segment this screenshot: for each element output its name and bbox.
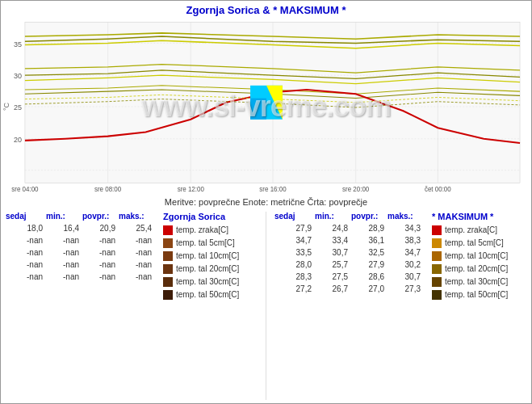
color-swatch xyxy=(163,264,173,274)
svg-text:sre 12:00: sre 12:00 xyxy=(178,186,205,193)
cell-sedaj: 18,0 xyxy=(6,222,46,234)
table-row: 34,7 33,4 36,1 38,3 xyxy=(274,234,424,246)
svg-text:sre 16:00: sre 16:00 xyxy=(259,186,287,193)
table-row: -nan -nan -nan -nan xyxy=(6,234,155,246)
color-swatch xyxy=(432,277,442,287)
table-row: -nan -nan -nan -nan xyxy=(6,246,155,259)
table-row: 18,0 16,4 20,9 25,4 xyxy=(6,222,155,234)
svg-text:čet 00:00: čet 00:00 xyxy=(425,186,451,193)
table1-header: sedaj min.: povpr.: maks.: xyxy=(6,212,155,221)
legend-label: temp. tal 20cm[C] xyxy=(176,263,239,276)
legend-item: temp. tal 5cm[C] xyxy=(163,237,258,250)
legend-item: temp. zraka[C] xyxy=(163,224,258,237)
svg-text:30: 30 xyxy=(14,72,22,80)
legend-item: temp. tal 50cm[C] xyxy=(163,288,258,301)
legend-label: temp. zraka[C] xyxy=(176,224,228,237)
legend-item: temp. tal 50cm[C] xyxy=(432,288,526,301)
legend-label: temp. tal 10cm[C] xyxy=(445,250,508,263)
color-swatch xyxy=(432,238,442,248)
svg-text:sre 20:00: sre 20:00 xyxy=(342,186,370,193)
table-maksimum: sedaj min.: povpr.: maks.: 27,9 24,8 28,… xyxy=(274,212,424,400)
legend1-title: Zgornja Sorica xyxy=(163,212,258,221)
legend-label: temp. tal 5cm[C] xyxy=(176,237,235,250)
svg-text:20: 20 xyxy=(14,136,22,144)
legend-label: temp. tal 30cm[C] xyxy=(176,276,239,288)
color-swatch xyxy=(163,238,173,248)
svg-text:25: 25 xyxy=(14,103,22,112)
meritve-line: Meritve: povprečne Enote: metrične Črta:… xyxy=(1,196,531,208)
table-zgornja-sorica: sedaj min.: povpr.: maks.: 18,0 16,4 20,… xyxy=(6,212,155,400)
table-row: -nan -nan -nan -nan xyxy=(6,271,155,283)
legend-item: temp. zraka[C] xyxy=(432,224,526,237)
col-sedaj-1: sedaj xyxy=(6,212,46,221)
col-maks-1: maks.: xyxy=(119,212,155,221)
legend-item: temp. tal 5cm[C] xyxy=(432,237,526,250)
legend-label: temp. tal 50cm[C] xyxy=(176,288,239,301)
legend-label: temp. zraka[C] xyxy=(445,224,497,237)
color-swatch xyxy=(163,225,173,235)
table-row: 27,9 24,8 28,9 34,3 xyxy=(274,222,424,234)
legend-zgornja-sorica: Zgornja Sorica temp. zraka[C] temp. tal … xyxy=(160,212,258,400)
color-swatch xyxy=(432,264,442,274)
chart-area: °C 35 30 25 20 xyxy=(1,18,531,196)
legend-label: temp. tal 5cm[C] xyxy=(445,237,504,250)
legend2-title: * MAKSIMUM * xyxy=(432,212,526,221)
svg-text:sre 04:00: sre 04:00 xyxy=(11,186,39,193)
table-row: -nan -nan -nan -nan xyxy=(6,259,155,271)
legend-maksimum: * MAKSIMUM * temp. zraka[C] temp. tal 5c… xyxy=(429,212,526,400)
color-swatch xyxy=(163,251,173,261)
legend-item: temp. tal 10cm[C] xyxy=(163,250,258,263)
legend-label: temp. tal 30cm[C] xyxy=(445,276,508,288)
legend-label: temp. tal 10cm[C] xyxy=(176,250,239,263)
legend-item: temp. tal 10cm[C] xyxy=(432,250,526,263)
svg-rect-23 xyxy=(250,99,266,120)
legend-label: temp. tal 20cm[C] xyxy=(445,263,508,276)
col-maks-2: maks.: xyxy=(387,212,424,221)
table-row: 28,0 25,7 27,9 30,2 xyxy=(274,259,424,271)
col-min-2: min.: xyxy=(315,212,351,221)
color-swatch xyxy=(432,290,442,300)
y-axis-label: °C xyxy=(2,103,10,111)
cell-maks: 25,4 xyxy=(119,222,155,234)
color-swatch xyxy=(432,225,442,235)
svg-text:sre 08:00: sre 08:00 xyxy=(94,186,122,193)
legend-item: temp. tal 20cm[C] xyxy=(163,263,258,276)
color-swatch xyxy=(432,251,442,261)
col-sedaj-2: sedaj xyxy=(274,212,315,221)
cell-povpr: 20,9 xyxy=(82,222,119,234)
col-povpr-2: povpr.: xyxy=(351,212,387,221)
table-row: 27,2 26,7 27,0 27,3 xyxy=(274,283,424,295)
legend-item: temp. tal 30cm[C] xyxy=(432,276,526,288)
color-swatch xyxy=(163,290,173,300)
table-row: 28,3 27,5 28,6 30,7 xyxy=(274,271,424,283)
table-row: 33,5 30,7 32,5 34,7 xyxy=(274,246,424,259)
divider xyxy=(266,212,266,400)
color-swatch xyxy=(163,277,173,287)
table2-header: sedaj min.: povpr.: maks.: xyxy=(274,212,424,221)
legend-item: temp. tal 30cm[C] xyxy=(163,276,258,288)
legend-label: temp. tal 50cm[C] xyxy=(445,288,508,301)
legend-item: temp. tal 20cm[C] xyxy=(432,263,526,276)
chart-svg: 35 30 25 20 xyxy=(1,18,531,196)
cell-min: 16,4 xyxy=(46,222,82,234)
col-min-1: min.: xyxy=(46,212,82,221)
data-section: sedaj min.: povpr.: maks.: 18,0 16,4 20,… xyxy=(1,208,531,403)
main-container: Zgornja Sorica & * MAKSIMUM * °C 35 30 2… xyxy=(0,0,532,404)
svg-text:35: 35 xyxy=(14,40,22,48)
chart-title: Zgornja Sorica & * MAKSIMUM * xyxy=(1,1,531,18)
col-povpr-1: povpr.: xyxy=(82,212,119,221)
